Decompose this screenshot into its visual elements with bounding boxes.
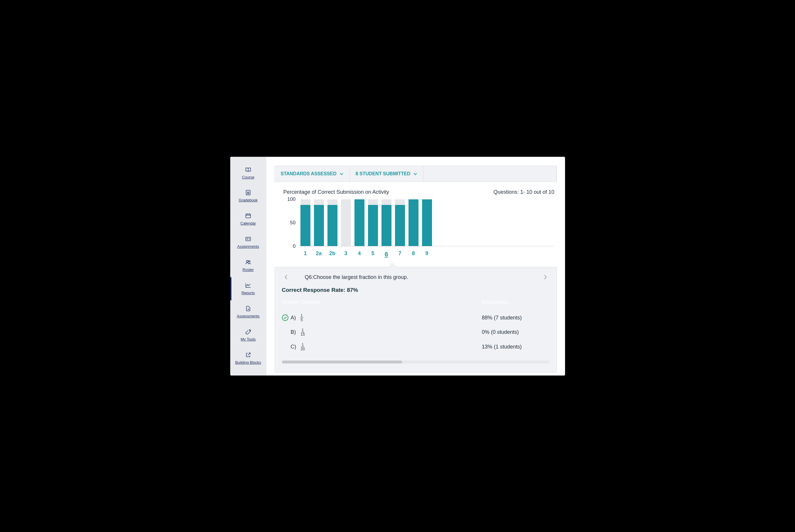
bar-2b[interactable] xyxy=(327,200,337,246)
sidebar-label: Reports xyxy=(241,291,255,296)
dropdown-row: STANDARDS ASSESSED 8 STUDENT SUBMITTED xyxy=(275,166,557,182)
x-axis-labels: 12a2b3456789 xyxy=(300,250,432,258)
sidebar-label: Course xyxy=(242,175,254,180)
plot-area xyxy=(300,200,554,246)
fraction: 15 xyxy=(300,314,303,322)
sidebar-item-mytools[interactable]: My Tools xyxy=(230,324,266,347)
bar-9[interactable] xyxy=(422,200,432,246)
answer-headers: Answer Choices Responses xyxy=(282,299,549,305)
bar-3[interactable] xyxy=(341,200,351,246)
svg-rect-2 xyxy=(246,237,250,241)
sidebar-item-reports[interactable]: Reports xyxy=(230,277,266,300)
sidebar-item-course[interactable]: Course xyxy=(230,162,266,185)
option-letter: C) xyxy=(291,344,300,350)
next-question-chevron[interactable] xyxy=(541,274,549,280)
answer-row: A)1588% (7 students) xyxy=(282,311,549,325)
submitted-dropdown[interactable]: 8 STUDENT SUBMITTED xyxy=(350,166,424,182)
bar-fill xyxy=(368,205,378,246)
svg-rect-0 xyxy=(246,190,250,195)
bar-fill xyxy=(422,200,432,246)
assignments-icon xyxy=(245,235,252,243)
bar-fill xyxy=(409,200,418,246)
x-label-7[interactable]: 7 xyxy=(395,250,405,258)
sidebar-item-assignments[interactable]: Assignments xyxy=(230,231,266,254)
calendar-icon xyxy=(245,212,252,219)
answer-row: B)1150% (0 students) xyxy=(282,325,549,340)
sidebar-label: Gradebook xyxy=(239,198,258,203)
prev-question-chevron[interactable] xyxy=(282,274,290,280)
svg-rect-1 xyxy=(246,214,250,218)
y-tick: 0 xyxy=(293,243,296,249)
x-label-2a[interactable]: 2a xyxy=(314,250,324,258)
sidebar-label: My Tools xyxy=(241,337,255,342)
x-label-3[interactable]: 3 xyxy=(341,250,351,258)
chevron-down-icon xyxy=(340,172,344,175)
chart-title: Percentage of Correct Submission on Acti… xyxy=(283,189,389,195)
bar-fill xyxy=(300,205,310,246)
sidebar-label: Building Blocks xyxy=(235,360,261,365)
answer-row: C)12013% (1 students) xyxy=(282,340,549,354)
correct-response-rate: Correct Response Rate: 87% xyxy=(282,287,549,293)
question-id: Q6: xyxy=(305,274,314,280)
gradebook-icon xyxy=(245,189,252,196)
fraction: 120 xyxy=(300,343,305,352)
dropdown-label: STANDARDS ASSESSED xyxy=(281,171,337,176)
sidebar-label: Calendar xyxy=(241,221,256,226)
standards-dropdown[interactable]: STANDARDS ASSESSED xyxy=(275,166,350,182)
sidebar-label: Roster xyxy=(243,267,254,272)
x-label-8[interactable]: 8 xyxy=(409,250,418,258)
bar-fill xyxy=(314,205,324,246)
option-letter: B) xyxy=(291,329,300,335)
dropdown-spacer xyxy=(423,166,556,182)
bar-fill xyxy=(327,205,337,246)
tablet-frame: Course Gradebook Calendar Assignments Ro… xyxy=(201,139,594,393)
bar-2a[interactable] xyxy=(314,200,324,246)
x-label-4[interactable]: 4 xyxy=(355,250,364,258)
sidebar-item-buildingblocks[interactable]: Building Blocks xyxy=(230,347,266,370)
wrench-icon xyxy=(245,328,252,335)
sidebar-item-assessments[interactable]: Assessments xyxy=(230,300,266,324)
responses-header: Responses xyxy=(482,299,549,305)
question-text: Q6:Choose the largest fraction in this g… xyxy=(305,274,541,280)
external-link-icon xyxy=(245,352,252,359)
bar-8[interactable] xyxy=(409,200,418,246)
dropdown-label: 8 STUDENT SUBMITTED xyxy=(356,171,411,176)
sidebar: Course Gradebook Calendar Assignments Ro… xyxy=(230,157,266,376)
x-label-2b[interactable]: 2b xyxy=(327,250,337,258)
chart-header: Percentage of Correct Submission on Acti… xyxy=(283,189,557,195)
correct-indicator xyxy=(282,315,291,321)
scrollbar-thumb[interactable] xyxy=(282,361,402,363)
chart-question-range: Questions: 1- 10 out of 10 xyxy=(493,189,554,195)
x-label-5[interactable]: 5 xyxy=(368,250,378,258)
y-axis: 100 50 0 xyxy=(283,200,298,246)
x-label-6[interactable]: 6 xyxy=(381,250,392,258)
bar-7[interactable] xyxy=(395,200,405,246)
x-label-1[interactable]: 1 xyxy=(300,250,310,258)
sidebar-label: Assignments xyxy=(237,244,259,249)
response-count: 13% (1 students) xyxy=(482,344,549,350)
bar-5[interactable] xyxy=(368,200,378,246)
x-label-9[interactable]: 9 xyxy=(422,250,432,258)
bar-fill xyxy=(395,205,405,246)
bar-background xyxy=(341,200,351,246)
y-tick: 100 xyxy=(287,196,296,202)
bar-4[interactable] xyxy=(355,200,364,246)
response-count: 88% (7 students) xyxy=(482,315,549,321)
sidebar-label: Assessments xyxy=(237,314,259,319)
chevron-down-icon xyxy=(413,172,417,175)
bar-1[interactable] xyxy=(300,200,310,246)
main-content: STANDARDS ASSESSED 8 STUDENT SUBMITTED P… xyxy=(266,157,565,376)
y-tick: 50 xyxy=(290,220,296,226)
app-screen: Course Gradebook Calendar Assignments Ro… xyxy=(230,157,565,376)
bar-6[interactable] xyxy=(381,200,392,246)
book-icon xyxy=(245,166,252,173)
svg-point-3 xyxy=(246,261,248,262)
response-count: 0% (0 students) xyxy=(482,329,549,335)
bar-fill xyxy=(355,200,364,246)
horizontal-scrollbar[interactable] xyxy=(282,361,549,363)
question-panel: Q6:Choose the largest fraction in this g… xyxy=(275,267,557,373)
sidebar-item-gradebook[interactable]: Gradebook xyxy=(230,184,266,208)
fraction: 115 xyxy=(300,328,305,337)
sidebar-item-roster[interactable]: Roster xyxy=(230,254,266,277)
sidebar-item-calendar[interactable]: Calendar xyxy=(230,208,266,231)
